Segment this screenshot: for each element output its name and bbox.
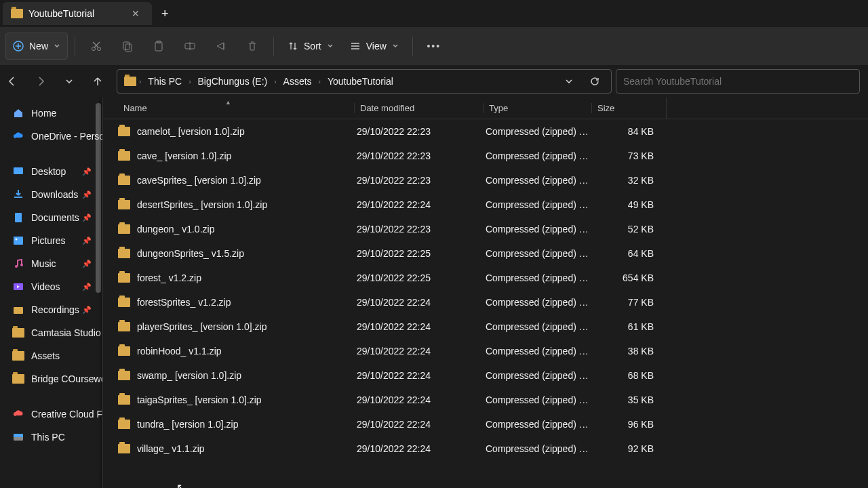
sidebar-label: This PC (31, 432, 65, 443)
delete-icon (246, 40, 258, 52)
column-header-size[interactable]: Size (591, 103, 666, 113)
ellipsis-icon: ••• (427, 41, 441, 52)
file-row[interactable]: taigaSprites_ [version 1.0].zip 29/10/20… (103, 388, 868, 412)
sidebar-item[interactable]: Pictures 📌 (0, 229, 102, 252)
sort-button[interactable]: Sort (281, 33, 340, 60)
breadcrumb[interactable]: BigChungus (E:) (193, 73, 271, 89)
sidebar-label: OneDrive - Personal (31, 131, 102, 142)
file-row[interactable]: swamp_ [version 1.0].zip 29/10/2022 22:2… (103, 363, 868, 388)
share-button[interactable] (207, 33, 235, 60)
file-row[interactable]: forestSprites_ v1.2.zip 29/10/2022 22:24… (103, 290, 868, 314)
file-row[interactable]: cave_ [version 1.0].zip 29/10/2022 22:23… (103, 144, 868, 168)
refresh-button[interactable] (583, 69, 607, 94)
breadcrumb[interactable]: YoutubeTutorial (323, 73, 397, 89)
cut-button[interactable] (82, 33, 111, 60)
arrow-up-icon (92, 75, 104, 87)
column-label: Date modified (360, 103, 414, 113)
tab-bar: YoutubeTutorial ✕ + (0, 0, 868, 27)
more-button[interactable]: ••• (420, 33, 448, 60)
file-name: caveSprites_ [version 1.0].zip (137, 175, 261, 186)
file-name: dungeon_ v1.0.zip (137, 224, 214, 235)
add-tab-button[interactable]: + (152, 7, 178, 21)
sidebar-item-icon (12, 408, 24, 420)
breadcrumb-sep: › (319, 78, 321, 85)
address-row: › This PC › BigChungus (E:) › Assets › Y… (0, 65, 868, 98)
delete-button[interactable] (238, 33, 267, 60)
plus-circle-icon (13, 41, 24, 52)
address-dropdown-button[interactable] (557, 69, 581, 94)
sidebar-item[interactable]: Desktop 📌 (0, 160, 102, 183)
file-type: Compressed (zipped) Fo... (483, 150, 591, 161)
column-header-type[interactable]: Type (483, 103, 591, 113)
file-row[interactable]: robinHood_ v1.1.zip 29/10/2022 22:24 Com… (103, 339, 868, 363)
file-type: Compressed (zipped) Fo... (483, 126, 591, 137)
cut-icon (90, 40, 102, 52)
file-name: dungeonSprites_ v1.5.zip (137, 248, 244, 259)
zip-icon (118, 200, 130, 209)
breadcrumb[interactable]: Assets (279, 73, 316, 89)
sidebar-label: Creative Cloud Files (31, 409, 102, 420)
file-size: 35 KB (591, 394, 666, 405)
file-row[interactable]: camelot_ [version 1.0].zip 29/10/2022 22… (103, 119, 868, 144)
pin-icon: 📌 (82, 190, 92, 199)
svg-point-13 (20, 264, 23, 266)
close-tab-button[interactable]: ✕ (127, 7, 144, 20)
file-row[interactable]: forest_ v1.2.zip 29/10/2022 22:25 Compre… (103, 266, 868, 290)
column-label: Type (489, 103, 508, 113)
search-box[interactable] (616, 69, 860, 94)
forward-button[interactable] (28, 69, 53, 94)
file-name: camelot_ [version 1.0].zip (137, 126, 245, 137)
breadcrumb[interactable]: This PC (144, 73, 186, 89)
svg-rect-8 (14, 167, 23, 174)
rename-button[interactable] (176, 33, 204, 60)
file-name: playerSprites_ [version 1.0].zip (137, 321, 267, 332)
sidebar-item-home[interactable]: Home (0, 102, 102, 125)
file-name: forest_ v1.2.zip (137, 272, 201, 283)
up-button[interactable] (85, 69, 110, 94)
column-headers: Name ▲ Date modified Type Size (103, 98, 868, 119)
file-row[interactable]: desertSprites_ [version 1.0].zip 29/10/2… (103, 192, 868, 217)
search-input[interactable] (623, 76, 852, 87)
svg-point-1 (92, 47, 96, 51)
file-row[interactable]: playerSprites_ [version 1.0].zip 29/10/2… (103, 314, 868, 339)
sidebar-label: Desktop (31, 166, 66, 177)
sidebar-item[interactable]: Videos 📌 (0, 275, 102, 298)
file-size: 32 KB (591, 175, 666, 186)
sidebar-item[interactable]: Assets (0, 344, 102, 367)
address-bar[interactable]: › This PC › BigChungus (E:) › Assets › Y… (117, 69, 612, 94)
column-header-name[interactable]: Name ▲ (117, 103, 354, 113)
file-row[interactable]: village_ v1.1.zip 29/10/2022 22:24 Compr… (103, 436, 868, 461)
file-size: 49 KB (591, 199, 666, 210)
file-row[interactable]: dungeon_ v1.0.zip 29/10/2022 22:23 Compr… (103, 217, 868, 241)
new-button[interactable]: New (5, 33, 68, 60)
file-date: 29/10/2022 22:24 (354, 419, 483, 430)
copy-icon (121, 40, 134, 52)
sidebar-item-onedrive[interactable]: OneDrive - Personal (0, 125, 102, 148)
file-date: 29/10/2022 22:24 (354, 346, 483, 357)
file-row[interactable]: caveSprites_ [version 1.0].zip 29/10/202… (103, 168, 868, 192)
recent-button[interactable] (57, 69, 81, 94)
svg-rect-3 (123, 42, 130, 49)
sidebar-item[interactable]: Bridge COursework (0, 367, 102, 390)
paste-button[interactable] (144, 33, 173, 60)
file-size: 77 KB (591, 297, 666, 308)
column-header-date[interactable]: Date modified (354, 103, 483, 113)
sidebar-item[interactable]: Documents 📌 (0, 206, 102, 229)
sidebar-item[interactable]: Recordings 📌 (0, 298, 102, 321)
view-icon (350, 41, 361, 52)
pin-icon: 📌 (82, 237, 92, 245)
back-button[interactable] (0, 69, 24, 94)
sidebar-item[interactable]: Music 📌 (0, 252, 102, 275)
sidebar-item[interactable]: This PC (0, 426, 102, 449)
sidebar-label: Recordings (31, 304, 79, 315)
tab-active[interactable]: YoutubeTutorial ✕ (3, 2, 152, 25)
file-row[interactable]: tundra_ [version 1.0].zip 29/10/2022 22:… (103, 412, 868, 436)
sidebar-item[interactable]: Creative Cloud Files (0, 403, 102, 426)
file-date: 29/10/2022 22:23 (354, 126, 483, 137)
copy-button[interactable] (113, 33, 142, 60)
sidebar-item[interactable]: Camtasia Studio (0, 321, 102, 344)
column-label: Name (123, 103, 147, 113)
view-button[interactable]: View (343, 33, 406, 60)
sidebar-item[interactable]: Downloads 📌 (0, 183, 102, 206)
file-row[interactable]: dungeonSprites_ v1.5.zip 29/10/2022 22:2… (103, 241, 868, 266)
